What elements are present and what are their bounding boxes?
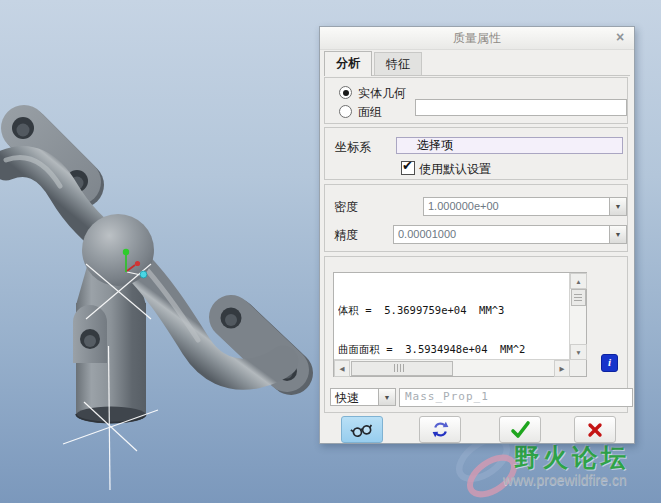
density-accuracy-group: 密度 1.000000e+00 ▼ 精度 0.00001000 ▼ (324, 184, 628, 252)
close-icon[interactable]: × (612, 29, 628, 45)
repeat-button[interactable] (419, 416, 461, 443)
scroll-right-icon[interactable]: ▶ (554, 360, 570, 377)
density-combo[interactable]: 1.000000e+00 ▼ (423, 197, 627, 216)
watermark-title: 野火论坛 (514, 441, 630, 474)
density-value: 1.000000e+00 (424, 198, 609, 215)
check-icon (509, 420, 531, 440)
vertical-scrollbar[interactable]: ▲ ▼ (569, 273, 586, 360)
horizontal-scrollbar[interactable]: ◀ ▶ (334, 359, 570, 376)
model-lug (73, 305, 107, 363)
eyeglasses-icon (349, 422, 375, 438)
chevron-down-icon: ▼ (384, 394, 391, 401)
tab-bar: 分析 特征 (324, 52, 630, 76)
accuracy-dropdown-button[interactable]: ▼ (609, 226, 626, 243)
ok-button[interactable] (499, 416, 541, 443)
chevron-down-icon: ▼ (615, 203, 622, 210)
results-textarea[interactable]: 体积 = 5.3699759e+04 MM^3 曲面面积 = 3.5934948… (333, 272, 587, 377)
horizontal-scroll-thumb[interactable] (351, 361, 453, 376)
result-line: 曲面面积 = 3.5934948e+04 MM^2 (338, 343, 568, 356)
radio-solid-geometry[interactable] (339, 86, 352, 99)
report-mode-combo[interactable]: 快速 ▼ (330, 388, 396, 406)
radio-quilt[interactable] (339, 105, 352, 118)
chevron-down-icon: ▼ (615, 231, 622, 238)
radio-quilt-label: 面组 (358, 104, 382, 121)
scroll-down-icon[interactable]: ▼ (570, 344, 587, 360)
accuracy-label: 精度 (334, 227, 358, 244)
accuracy-value: 0.00001000 (394, 226, 609, 243)
radio-solid-geometry-label: 实体几何 (358, 85, 406, 102)
report-mode-value: 快速 (331, 389, 378, 405)
use-default-label: 使用默认设置 (419, 161, 491, 178)
tab-analysis[interactable]: 分析 (324, 51, 372, 76)
geometry-source-group: 实体几何 面组 (324, 77, 628, 124)
use-default-checkbox[interactable]: ✔ (401, 161, 415, 175)
vertical-scroll-thumb[interactable] (571, 289, 586, 306)
results-text: 体积 = 5.3699759e+04 MM^3 曲面面积 = 3.5934948… (338, 278, 568, 358)
close-x-icon (586, 421, 604, 439)
tab-feature[interactable]: 特征 (374, 52, 422, 75)
preview-button[interactable] (341, 416, 383, 443)
quilt-input[interactable] (415, 99, 627, 116)
scrollbar-corner (570, 360, 586, 376)
dialog-title: 质量属性 (320, 27, 634, 49)
results-group: 体积 = 5.3699759e+04 MM^3 曲面面积 = 3.5934948… (324, 256, 628, 413)
scroll-left-icon[interactable]: ◀ (334, 360, 350, 377)
result-line: 体积 = 5.3699759e+04 MM^3 (338, 304, 568, 317)
mass-properties-dialog: 质量属性 × 分析 特征 实体几何 面组 坐标系 选择项 ✔ 使用默认设置 密度… (319, 26, 635, 444)
info-button[interactable]: i (601, 354, 618, 372)
checkbox-check-icon: ✔ (402, 158, 413, 173)
accuracy-combo[interactable]: 0.00001000 ▼ (393, 225, 627, 244)
density-dropdown-button[interactable]: ▼ (609, 198, 626, 215)
csys-selection-field[interactable]: 选择项 (396, 137, 623, 154)
analysis-name-input[interactable]: Mass_Prop_1 (399, 388, 633, 407)
watermark-url: www.proewildfire.cn (503, 472, 627, 488)
report-mode-dropdown-button[interactable]: ▼ (378, 389, 395, 405)
scroll-up-icon[interactable]: ▲ (570, 273, 587, 289)
density-label: 密度 (334, 199, 358, 216)
refresh-arrows-icon (432, 421, 449, 438)
csys-label: 坐标系 (335, 139, 371, 156)
cancel-button[interactable] (574, 416, 616, 443)
csys-group: 坐标系 选择项 ✔ 使用默认设置 (324, 127, 628, 180)
dialog-titlebar[interactable]: 质量属性 × (320, 27, 634, 50)
